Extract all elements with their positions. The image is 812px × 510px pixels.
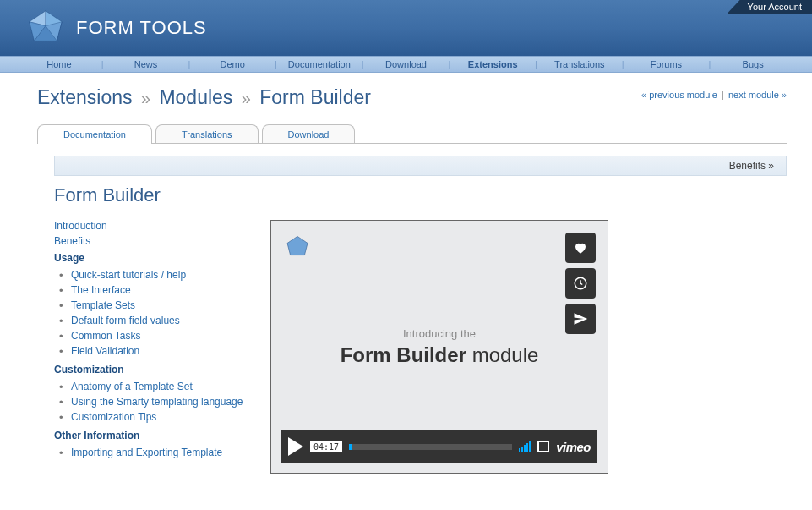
account-link[interactable]: Your Account (728, 0, 812, 14)
video-action-buttons (565, 233, 596, 334)
tab-translations[interactable]: Translations (155, 124, 259, 144)
watch-later-icon[interactable] (565, 268, 596, 299)
sidebar-usage-item[interactable]: Common Tasks (71, 328, 257, 343)
nav-demo[interactable]: Demo (190, 59, 275, 69)
svg-marker-5 (287, 236, 308, 255)
breadcrumb-current: Form Builder (259, 86, 371, 108)
share-icon[interactable] (565, 304, 596, 334)
breadcrumb-extensions[interactable]: Extensions (37, 86, 133, 108)
sidebar-usage-item[interactable]: Default form field values (71, 313, 257, 328)
tab-download[interactable]: Download (262, 124, 356, 144)
sidebar-usage-item[interactable]: Quick-start tutorials / help (71, 267, 257, 282)
progress-bar[interactable] (349, 444, 512, 450)
video-main-text: Form Builder module (341, 343, 539, 367)
video-controls: 04:17 vimeo (281, 430, 597, 463)
nav-download[interactable]: Download (364, 59, 449, 69)
top-header: Your Account FORM TOOLS (0, 0, 812, 56)
sidebar-usage-item[interactable]: Template Sets (71, 298, 257, 313)
next-page-link[interactable]: Benefits » (54, 156, 787, 176)
sidebar-heading-usage: Usage (54, 252, 257, 264)
video-title-overlay: Introducing the Form Builder module (341, 327, 539, 367)
sidebar-usage-item[interactable]: Field Validation (71, 343, 257, 359)
nav-bugs[interactable]: Bugs (711, 59, 795, 69)
sidebar-customization-item[interactable]: Customization Tips (71, 409, 257, 425)
sidebar-introduction[interactable]: Introduction (54, 220, 257, 232)
tab-documentation[interactable]: Documentation (37, 124, 152, 144)
main-navigation: Home|News|Demo|Documentation|Download|Ex… (0, 56, 812, 73)
nav-documentation[interactable]: Documentation (277, 59, 362, 69)
video-player[interactable]: Introducing the Form Builder module 04:1… (270, 220, 608, 474)
like-icon[interactable] (565, 233, 596, 263)
sidebar-other-item[interactable]: Importing and Exporting Template (71, 445, 257, 460)
video-thumb-logo-icon (285, 234, 310, 260)
breadcrumb-modules[interactable]: Modules (159, 86, 232, 108)
tab-content: Benefits » Form Builder Introduction Ben… (37, 144, 787, 474)
side-navigation: Introduction Benefits Usage Quick-start … (54, 220, 257, 465)
breadcrumb-arrow-icon: » (141, 89, 150, 107)
sidebar-heading-other: Other Information (54, 430, 257, 441)
logo-icon (25, 8, 66, 48)
pager-separator: | (722, 90, 724, 100)
logo-area[interactable]: FORM TOOLS (25, 8, 207, 48)
provider-logo[interactable]: vimeo (556, 440, 591, 454)
brand-text: FORM TOOLS (76, 17, 207, 39)
next-module-link[interactable]: next module » (728, 90, 787, 100)
sidebar-customization-item[interactable]: Using the Smarty templating language (71, 394, 257, 409)
volume-control[interactable] (519, 441, 531, 452)
tab-strip: Documentation Translations Download (37, 124, 787, 144)
fullscreen-icon[interactable] (537, 441, 549, 452)
video-duration: 04:17 (310, 441, 342, 452)
play-button[interactable] (288, 437, 303, 456)
nav-news[interactable]: News (104, 59, 188, 69)
page-title: Form Builder (54, 184, 787, 206)
sidebar-benefits[interactable]: Benefits (54, 235, 257, 247)
nav-forums[interactable]: Forums (624, 59, 709, 69)
sidebar-usage-item[interactable]: The Interface (71, 282, 257, 298)
nav-home[interactable]: Home (17, 59, 101, 69)
breadcrumb-arrow-icon: » (242, 89, 251, 107)
nav-extensions[interactable]: Extensions (450, 59, 535, 69)
sidebar-customization-item[interactable]: Anatomy of a Template Set (71, 379, 257, 394)
video-intro-text: Introducing the (341, 327, 539, 340)
sidebar-heading-customization: Customization (54, 364, 257, 376)
nav-translations[interactable]: Translations (537, 59, 622, 69)
prev-module-link[interactable]: « previous module (641, 90, 717, 100)
module-pager: « previous module | next module » (641, 90, 787, 100)
